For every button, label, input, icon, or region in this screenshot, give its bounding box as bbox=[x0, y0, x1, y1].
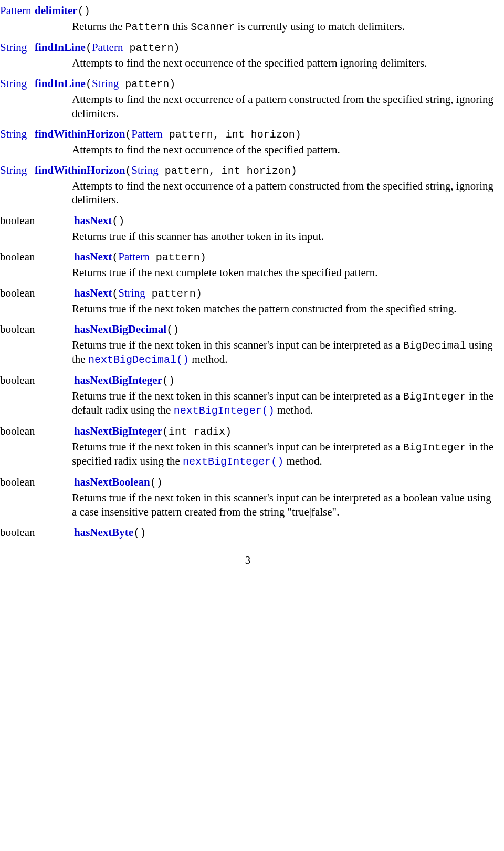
return-type: boolean bbox=[0, 287, 74, 300]
method-entry: booleanhasNext(Pattern pattern)Returns t… bbox=[0, 250, 496, 279]
method-signature: booleanhasNextBigDecimal() bbox=[0, 323, 496, 336]
method-name-link[interactable]: findInLine bbox=[35, 41, 86, 54]
method-call: findWithinHorizon(String pattern, int ho… bbox=[35, 164, 297, 177]
params-rest: pattern) bbox=[145, 288, 202, 300]
desc-code-link[interactable]: nextBigInteger() bbox=[174, 405, 275, 417]
method-call: findInLine(Pattern pattern) bbox=[35, 41, 180, 54]
return-type[interactable]: String bbox=[0, 164, 35, 177]
desc-code-link[interactable]: nextBigInteger() bbox=[183, 456, 284, 468]
desc-text: method. bbox=[275, 404, 313, 416]
method-description: Returns true if this scanner has another… bbox=[72, 229, 496, 243]
params-rest: pattern, int horizon) bbox=[163, 129, 301, 141]
desc-text: Attempts to find the next occurrence of … bbox=[72, 57, 427, 69]
desc-code-link[interactable]: nextBigDecimal() bbox=[88, 354, 189, 366]
paren-open: ( bbox=[125, 129, 131, 141]
method-entry: booleanhasNext(String pattern)Returns tr… bbox=[0, 287, 496, 316]
method-signature: booleanhasNextBigInteger(int radix) bbox=[0, 425, 496, 438]
method-name-link[interactable]: hasNextBoolean bbox=[74, 476, 150, 488]
method-description: Attempts to find the next occurrence of … bbox=[72, 92, 496, 120]
method-params: () bbox=[162, 375, 175, 387]
method-call: findInLine(String pattern) bbox=[35, 77, 175, 90]
method-name-link[interactable]: findWithinHorizon bbox=[35, 128, 125, 140]
method-call: hasNextByte() bbox=[74, 526, 146, 539]
method-signature: StringfindWithinHorizon(String pattern, … bbox=[0, 164, 496, 177]
param-type-link[interactable]: Pattern bbox=[131, 128, 162, 140]
method-signature: booleanhasNext(Pattern pattern) bbox=[0, 250, 496, 264]
method-params: () bbox=[112, 215, 124, 227]
method-entry: booleanhasNext()Returns true if this sca… bbox=[0, 214, 496, 243]
param-type-link[interactable]: String bbox=[131, 164, 158, 176]
method-name-link[interactable]: hasNext bbox=[74, 214, 112, 227]
method-params: () bbox=[166, 324, 179, 336]
method-description: Attempts to find the next occurrence of … bbox=[72, 179, 496, 207]
page-number: 3 bbox=[0, 554, 496, 567]
desc-text: Returns true if the next token in this s… bbox=[72, 339, 403, 351]
method-signature: StringfindInLine(String pattern) bbox=[0, 77, 496, 90]
desc-text: Returns true if the next token in this s… bbox=[72, 440, 403, 453]
param-type-link[interactable]: Pattern bbox=[118, 250, 149, 263]
method-entry: booleanhasNextBigInteger()Returns true i… bbox=[0, 374, 496, 417]
desc-text: Attempts to find the next occurrence of … bbox=[72, 93, 494, 119]
desc-code: BigInteger bbox=[403, 391, 466, 403]
method-description: Returns true if the next token in this s… bbox=[72, 440, 496, 468]
desc-code: Pattern bbox=[125, 21, 169, 33]
return-type[interactable]: String bbox=[0, 128, 35, 141]
return-type: boolean bbox=[0, 476, 74, 489]
method-signature: booleanhasNext() bbox=[0, 214, 496, 227]
method-call: hasNext(Pattern pattern) bbox=[74, 250, 206, 264]
desc-text: method. bbox=[284, 455, 322, 467]
return-type[interactable]: String bbox=[0, 77, 35, 90]
return-type: boolean bbox=[0, 526, 74, 539]
params-rest: pattern, int horizon) bbox=[159, 165, 297, 177]
param-type-link[interactable]: String bbox=[92, 77, 119, 90]
method-entry: StringfindInLine(Pattern pattern)Attempt… bbox=[0, 41, 496, 70]
method-entry: booleanhasNextBoolean()Returns true if t… bbox=[0, 476, 496, 519]
param-type-link[interactable]: Pattern bbox=[92, 41, 123, 54]
method-entry: StringfindWithinHorizon(String pattern, … bbox=[0, 164, 496, 207]
desc-text: Returns true if the next token matches t… bbox=[72, 302, 456, 315]
method-description: Returns true if the next complete token … bbox=[72, 266, 496, 279]
method-call: hasNextBigDecimal() bbox=[74, 323, 179, 336]
method-name-link[interactable]: hasNextBigDecimal bbox=[74, 323, 166, 335]
method-entry: booleanhasNextBigInteger(int radix)Retur… bbox=[0, 425, 496, 468]
method-call: findWithinHorizon(Pattern pattern, int h… bbox=[35, 128, 301, 141]
paren-open: ( bbox=[112, 251, 118, 264]
method-signature: booleanhasNextBigInteger() bbox=[0, 374, 496, 387]
method-entry: StringfindWithinHorizon(Pattern pattern,… bbox=[0, 128, 496, 156]
method-call: hasNextBigInteger() bbox=[74, 374, 175, 387]
desc-text: Attempts to find the next occurrence of … bbox=[72, 143, 340, 156]
method-description: Returns true if the next token matches t… bbox=[72, 302, 496, 316]
method-signature: StringfindInLine(Pattern pattern) bbox=[0, 41, 496, 54]
return-type[interactable]: Pattern bbox=[0, 4, 35, 17]
method-name-link[interactable]: findInLine bbox=[35, 77, 86, 90]
method-name-link[interactable]: hasNextBigInteger bbox=[74, 374, 162, 386]
param-type-link[interactable]: String bbox=[118, 287, 145, 299]
method-params: () bbox=[133, 527, 146, 539]
return-type: boolean bbox=[0, 374, 74, 387]
method-name-link[interactable]: hasNext bbox=[74, 287, 112, 299]
paren-open: ( bbox=[112, 288, 118, 300]
method-entry: booleanhasNextBigDecimal()Returns true i… bbox=[0, 323, 496, 366]
desc-text: this bbox=[170, 20, 191, 33]
method-name-link[interactable]: findWithinHorizon bbox=[35, 164, 125, 176]
return-type: boolean bbox=[0, 250, 74, 264]
method-entry: Patterndelimiter()Returns the Pattern th… bbox=[0, 4, 496, 34]
desc-text: Returns the bbox=[72, 20, 125, 33]
method-name-link[interactable]: hasNextBigInteger bbox=[74, 425, 162, 437]
return-type[interactable]: String bbox=[0, 41, 35, 54]
params-rest: pattern) bbox=[123, 42, 180, 54]
paren-open: ( bbox=[86, 42, 92, 54]
desc-code: BigDecimal bbox=[403, 340, 466, 352]
method-name-link[interactable]: delimiter bbox=[35, 4, 78, 17]
desc-text: Returns true if the next token in this s… bbox=[72, 491, 491, 518]
return-type: boolean bbox=[0, 425, 74, 438]
method-call: delimiter() bbox=[35, 4, 90, 17]
method-call: hasNext(String pattern) bbox=[74, 287, 202, 300]
desc-text: Returns true if the next token in this s… bbox=[72, 390, 403, 402]
method-entry: StringfindInLine(String pattern)Attempts… bbox=[0, 77, 496, 120]
method-call: hasNextBigInteger(int radix) bbox=[74, 425, 232, 438]
method-name-link[interactable]: hasNextByte bbox=[74, 526, 133, 539]
desc-code: Scanner bbox=[191, 21, 235, 33]
method-name-link[interactable]: hasNext bbox=[74, 250, 112, 263]
method-params: () bbox=[78, 5, 90, 17]
